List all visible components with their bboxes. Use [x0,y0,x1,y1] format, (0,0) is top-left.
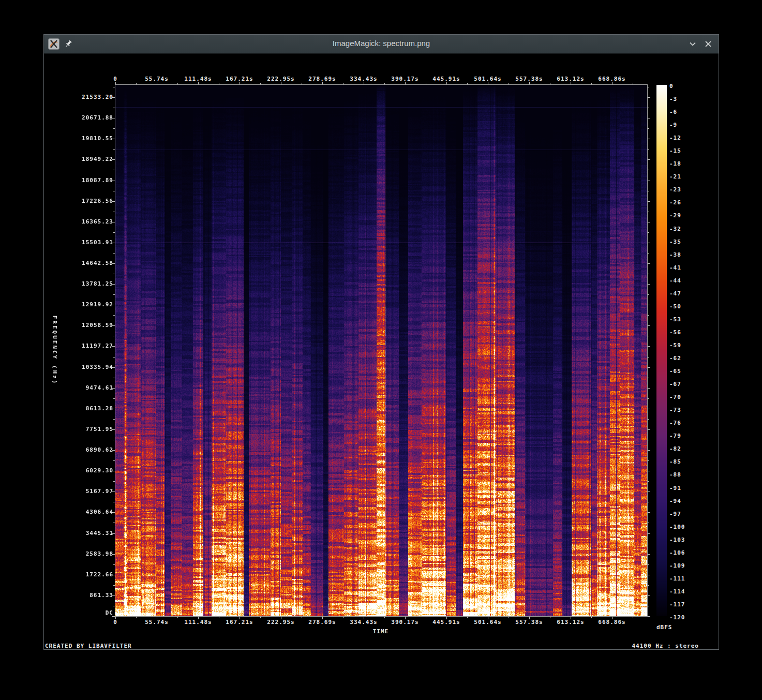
y-tick-label: 1722.66 [44,572,113,578]
x-minor-tick-bottom [509,617,509,618]
y-major-tick-right [648,305,650,305]
colorbar-gradient [656,85,667,616]
y-minor-tick-right [648,315,649,316]
colorbar-tick-label: -109 [669,563,685,569]
colorbar-tick-label: -82 [669,446,681,452]
window-title: ImageMagick: spectrum.png [44,39,719,48]
y-minor-tick-right [648,440,649,440]
y-tick-label: 15503.91 [44,240,113,246]
title-bar[interactable]: ImageMagick: spectrum.png [44,35,719,54]
y-minor-tick-left [113,294,115,295]
colorbar-tick-label: -62 [669,355,681,362]
y-minor-tick-left [113,481,115,482]
colorbar-tick-label: -44 [669,278,681,284]
y-minor-tick-left [113,357,115,358]
y-minor-tick-right [648,191,649,191]
y-minor-tick-right [648,357,649,358]
x-minor-tick-top [426,83,426,84]
x-major-tick-top [405,82,406,84]
y-tick-label: 5167.97 [44,488,113,495]
credit-text: CREATED BY LIBAVFILTER [45,643,132,649]
x-major-tick-bottom [198,617,199,619]
y-minor-tick-left [113,108,115,108]
y-minor-tick-left [113,315,115,316]
x-major-tick-top [488,82,488,84]
y-minor-tick-left [113,336,115,336]
y-minor-tick-right [648,419,649,420]
colorbar-tick-label: -3 [669,96,677,102]
x-tick-label-bottom: 613.12s [557,619,584,625]
spectrogram-plot-frame [115,84,648,617]
colorbar-tick-label: -6 [669,109,677,115]
y-minor-tick-right [648,294,649,295]
shade-chevron-down-button[interactable] [689,40,697,48]
x-major-tick-bottom [571,617,571,619]
y-major-tick-right [648,139,650,139]
y-minor-tick-left [113,378,115,378]
colorbar-tick-label: -73 [669,407,681,413]
colorbar-tick-label: -18 [669,161,681,167]
x-tick-label-bottom: 668.86s [598,619,625,625]
y-minor-tick-right [648,460,649,461]
x-tick-label-bottom: 445.91s [432,619,460,625]
x-minor-tick-top [633,83,633,84]
spectrogram-image[interactable] [115,85,647,616]
y-tick-label: DC [44,610,113,616]
desktop: { "window": { "title": "ImageMagick: spe… [0,0,762,700]
x-minor-tick-top [550,83,550,84]
y-tick-label: 12919.92 [44,302,113,308]
y-minor-tick-right [648,87,649,87]
y-minor-tick-right [648,544,649,544]
x-minor-tick-top [260,83,261,84]
y-minor-tick-left [113,149,115,150]
y-tick-label: 861.33 [44,592,113,599]
y-tick-label: 18087.89 [44,177,113,184]
x-minor-tick-bottom [633,617,633,618]
y-minor-tick-right [648,128,649,129]
y-minor-tick-left [113,398,115,399]
colorbar-tick-label: 0 [669,83,674,90]
colorbar-tick-label: -79 [669,433,681,439]
y-major-tick-right [648,533,650,534]
stream-info-text: 44100 Hz : stereo [632,643,699,649]
y-major-tick-right [648,325,650,326]
y-minor-tick-left [113,502,115,502]
y-major-tick-right [648,471,650,471]
y-major-tick-right [648,222,650,222]
x-minor-tick-top [136,83,137,84]
x-minor-tick-bottom [467,617,468,618]
y-minor-tick-left [113,170,115,170]
y-major-tick-right [648,512,650,513]
x-tick-label-bottom: 0 [113,619,117,625]
y-minor-tick-right [648,212,649,212]
colorbar-tick-label: -111 [669,576,685,582]
y-major-tick-right [648,367,650,368]
colorbar-tick-label: -67 [669,381,681,388]
x-major-tick-bottom [529,617,530,619]
colorbar-tick-label: -23 [669,187,681,193]
y-minor-tick-left [113,253,115,254]
x-major-tick-bottom [446,617,447,619]
close-button[interactable] [704,40,712,48]
colorbar-tick-label: -100 [669,524,685,530]
y-tick-label: 4306.64 [44,509,113,515]
colorbar-tick-label: -35 [669,239,681,245]
y-major-tick-right [648,346,650,347]
x-tick-label-bottom: 167.21s [226,619,253,625]
x-major-tick-bottom [115,617,116,619]
colorbar-tick-label: -59 [669,342,681,349]
x-minor-tick-top [219,83,219,84]
y-minor-tick-left [113,191,115,191]
y-minor-tick-left [113,419,115,420]
x-major-tick-top [157,82,157,84]
y-minor-tick-right [648,564,649,565]
x-minor-tick-bottom [177,617,178,618]
x-minor-tick-bottom [260,617,261,618]
x-major-tick-top [364,82,364,84]
x-tick-label-bottom: 222.95s [267,619,294,625]
x-minor-tick-top [384,83,385,84]
x-minor-tick-bottom [343,617,343,618]
y-tick-label: 14642.58 [44,260,113,266]
y-major-tick-right [648,450,650,451]
colorbar-tick-label: -53 [669,317,681,323]
